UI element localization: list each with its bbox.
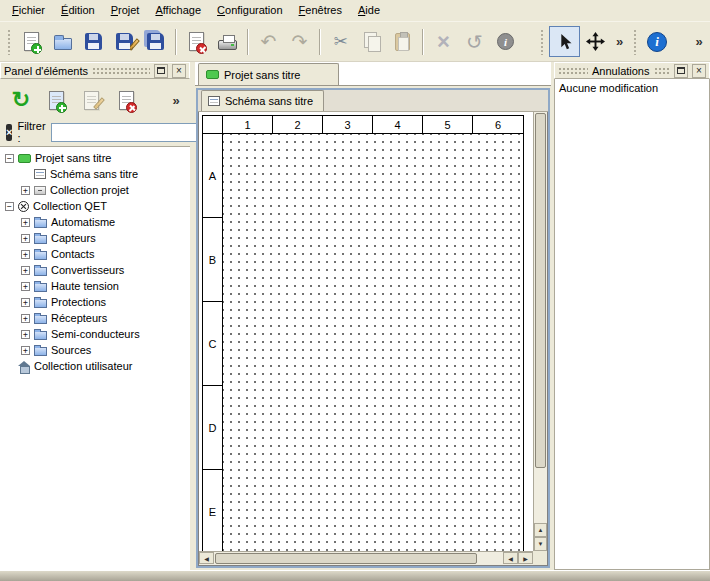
tree-item-projet-sans-titre[interactable]: − Projet sans titre <box>0 150 190 166</box>
horizontal-scrollbar-thumb[interactable] <box>215 553 477 564</box>
menu-projet[interactable]: Projet <box>103 0 148 21</box>
left-splitter[interactable] <box>190 62 194 570</box>
save-all-button[interactable] <box>140 26 171 57</box>
project-tab-label: Projet sans titre <box>224 69 300 81</box>
scroll-left-button-2[interactable]: ◀ <box>503 552 518 564</box>
qet-collection-icon <box>18 201 29 212</box>
menu-fichier[interactable]: Fichier <box>4 0 53 21</box>
copy-button[interactable] <box>356 26 387 57</box>
dock-drag-handle[interactable] <box>654 67 671 75</box>
paste-button[interactable] <box>387 26 418 57</box>
tree-item-sources[interactable]: + Sources <box>0 342 190 358</box>
tree-item-label: Automatisme <box>51 216 115 228</box>
about-button[interactable]: i <box>642 26 673 57</box>
project-icon <box>206 70 219 79</box>
edit-element-button[interactable] <box>75 84 107 116</box>
toolbar-drag-handle[interactable] <box>7 29 12 55</box>
expand-icon[interactable]: + <box>21 234 30 243</box>
dock-close-button[interactable]: × <box>172 64 186 78</box>
undo-dock-title: Annulations <box>592 65 650 77</box>
expand-icon[interactable]: + <box>21 186 30 195</box>
tree-item-collection-qet[interactable]: − Collection QET <box>0 198 190 214</box>
drawing-canvas[interactable] <box>223 134 523 554</box>
tree-item-schema-sans-titre[interactable]: Schéma sans titre <box>0 166 190 182</box>
rotate-icon: ↺ <box>466 32 483 52</box>
print-button[interactable] <box>212 26 243 57</box>
expand-icon[interactable]: + <box>21 314 30 323</box>
vertical-scrollbar[interactable]: ▲ ▼ <box>533 112 547 551</box>
tree-item-recepteurs[interactable]: + Récepteurs <box>0 310 190 326</box>
menu-edition[interactable]: Édition <box>53 0 103 21</box>
dock-float-button[interactable] <box>674 64 688 78</box>
tree-item-semi-conducteurs[interactable]: + Semi-conducteurs <box>0 326 190 342</box>
tree-item-protections[interactable]: + Protections <box>0 294 190 310</box>
menu-affichage[interactable]: Affichage <box>147 0 209 21</box>
dock-drag-handle[interactable] <box>92 67 150 75</box>
mdi-area: Projet sans titre Schéma sans titre 1 2 … <box>195 62 551 570</box>
column-header: 3 <box>323 116 373 133</box>
toolbar-separator <box>175 29 177 55</box>
select-tool-button[interactable] <box>549 26 580 57</box>
save-button[interactable] <box>78 26 109 57</box>
column-header: 1 <box>223 116 273 133</box>
new-file-button[interactable] <box>16 26 47 57</box>
tools-overflow-button[interactable]: » <box>611 26 629 57</box>
expand-icon[interactable]: + <box>21 250 30 259</box>
move-tool-button[interactable] <box>580 26 611 57</box>
expand-icon[interactable]: + <box>21 266 30 275</box>
scroll-right-button[interactable]: ▶ <box>518 552 533 564</box>
close-file-button[interactable] <box>181 26 212 57</box>
undo-history-list[interactable]: Aucune modification <box>554 79 710 570</box>
scroll-down-button[interactable]: ▼ <box>534 537 547 551</box>
reload-collections-button[interactable]: ↻ <box>5 84 37 116</box>
rotate-button[interactable]: ↺ <box>459 26 490 57</box>
expand-icon[interactable]: + <box>21 346 30 355</box>
arrow-left-icon: ◀ <box>204 555 209 562</box>
vertical-scrollbar-thumb[interactable] <box>535 113 546 468</box>
cut-button[interactable]: ✂ <box>325 26 356 57</box>
menu-fenetres[interactable]: Fenêtres <box>291 0 350 21</box>
collapse-icon[interactable]: − <box>5 154 14 163</box>
help-toolbar-drag-handle[interactable] <box>633 29 638 55</box>
new-element-button[interactable] <box>40 84 72 116</box>
expand-icon[interactable]: + <box>21 298 30 307</box>
tree-item-haute-tension[interactable]: + Haute tension <box>0 278 190 294</box>
undo-dock-titlebar[interactable]: Annulations × <box>554 62 710 79</box>
menu-configuration[interactable]: Configuration <box>209 0 290 21</box>
redo-button[interactable]: ↷ <box>284 26 315 57</box>
dock-drag-handle[interactable] <box>558 67 588 75</box>
filter-input[interactable] <box>51 123 201 142</box>
tree-item-capteurs[interactable]: + Capteurs <box>0 230 190 246</box>
tree-item-collection-utilisateur[interactable]: Collection utilisateur <box>0 358 190 374</box>
tree-item-contacts[interactable]: + Contacts <box>0 246 190 262</box>
delete-button[interactable]: × <box>428 26 459 57</box>
pencil-icon <box>93 97 105 109</box>
scroll-up-button[interactable]: ▲ <box>534 523 547 537</box>
elements-panel-titlebar[interactable]: Panel d'éléments × <box>0 62 190 79</box>
clear-filter-button[interactable]: × <box>6 124 12 141</box>
project-info-button[interactable]: i <box>490 26 521 57</box>
tools-toolbar-drag-handle[interactable] <box>540 29 545 55</box>
delete-element-button[interactable] <box>110 84 142 116</box>
toolbar-overflow-button[interactable]: » <box>691 26 707 57</box>
dock-close-button[interactable]: × <box>692 64 706 78</box>
save-as-button[interactable] <box>109 26 140 57</box>
expand-icon[interactable]: + <box>21 282 30 291</box>
scroll-left-button[interactable]: ◀ <box>199 552 214 564</box>
tab-schema-sans-titre[interactable]: Schéma sans titre <box>201 90 324 111</box>
tree-item-collection-projet[interactable]: + Collection projet <box>0 182 190 198</box>
open-file-button[interactable] <box>47 26 78 57</box>
expand-icon[interactable]: + <box>21 330 30 339</box>
panel-overflow-button[interactable]: » <box>167 84 185 116</box>
undo-button[interactable]: ↶ <box>253 26 284 57</box>
collapse-icon[interactable]: − <box>5 202 14 211</box>
tree-item-label: Collection projet <box>50 184 129 196</box>
diagram-view: 1 2 3 4 5 6 A B C D E <box>198 112 548 566</box>
tree-item-convertisseurs[interactable]: + Convertisseurs <box>0 262 190 278</box>
tree-item-automatisme[interactable]: + Automatisme <box>0 214 190 230</box>
expand-icon[interactable]: + <box>21 218 30 227</box>
dock-float-button[interactable] <box>154 64 168 78</box>
menu-aide[interactable]: Aide <box>350 0 388 21</box>
horizontal-scrollbar[interactable]: ◀ ◀ ▶ <box>199 551 533 565</box>
tab-projet-sans-titre[interactable]: Projet sans titre <box>198 63 339 85</box>
